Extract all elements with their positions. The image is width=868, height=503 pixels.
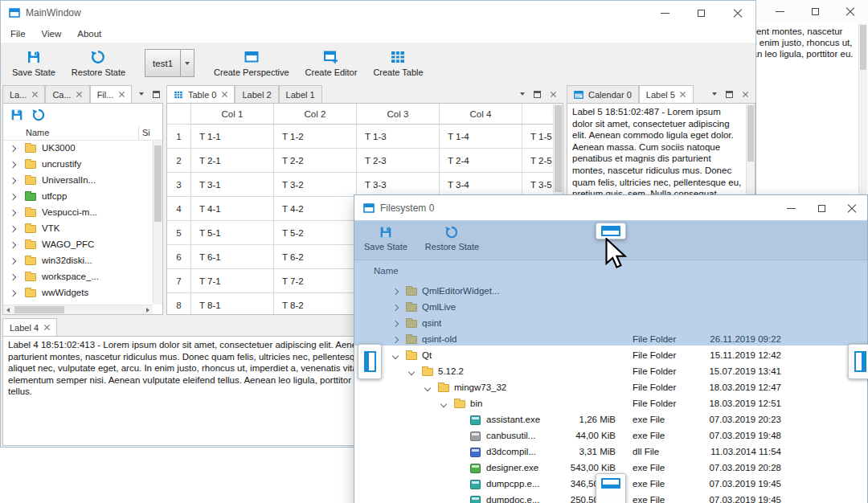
- maximize-button[interactable]: [797, 0, 833, 22]
- maximize-button[interactable]: [683, 1, 719, 25]
- table-cell[interactable]: T 8-1: [191, 293, 274, 315]
- scrollbar-thumb[interactable]: [860, 25, 866, 70]
- table-cell[interactable]: T 1-3: [357, 125, 440, 149]
- expand-chevron-icon[interactable]: [10, 290, 16, 296]
- table-cell[interactable]: T 7-1: [191, 269, 274, 293]
- menu-about[interactable]: About: [69, 25, 109, 43]
- expand-chevron-icon[interactable]: [10, 178, 16, 184]
- tab-close-icon[interactable]: [76, 92, 83, 98]
- column-header[interactable]: Col 4: [440, 104, 522, 125]
- table-cell[interactable]: T 1-1: [191, 125, 274, 149]
- dock-close-icon[interactable]: [550, 91, 556, 97]
- tab-calendar-dock[interactable]: Ca...: [45, 85, 89, 103]
- tree-item[interactable]: UK3000: [3, 141, 153, 157]
- expand-chevron-icon[interactable]: [10, 258, 16, 264]
- tab-close-icon[interactable]: [221, 92, 227, 98]
- expand-chevron-icon[interactable]: [424, 385, 431, 391]
- expand-chevron-icon[interactable]: [10, 162, 16, 168]
- table-cell[interactable]: T 2-2: [274, 149, 357, 173]
- tree-item[interactable]: WAGO_PFC: [3, 237, 153, 253]
- file-row[interactable]: binFile Folder18.03.2019 12:51: [355, 396, 866, 412]
- vertical-scrollbar[interactable]: [153, 141, 162, 305]
- table-cell[interactable]: T 5-2: [274, 221, 357, 245]
- close-button[interactable]: [719, 1, 755, 25]
- row-header[interactable]: 3: [167, 173, 191, 197]
- undock-icon[interactable]: [534, 91, 541, 98]
- tab-close-icon[interactable]: [31, 92, 38, 98]
- table-cell[interactable]: T 2-4: [440, 149, 522, 173]
- table-cell[interactable]: T 3-4: [440, 173, 522, 197]
- save-state-button[interactable]: Save State: [4, 47, 63, 80]
- table-cell[interactable]: T 7-2: [274, 269, 357, 293]
- expand-chevron-icon[interactable]: [10, 274, 16, 280]
- expand-chevron-icon[interactable]: [10, 226, 16, 232]
- expand-chevron-icon[interactable]: [10, 210, 16, 216]
- row-header[interactable]: 4: [167, 197, 191, 221]
- file-row[interactable]: mingw73_32File Folder18.03.2019 12:47: [355, 380, 866, 396]
- scrollbar-thumb[interactable]: [154, 145, 162, 222]
- row-header[interactable]: 8: [167, 293, 191, 315]
- table-cell[interactable]: T 5-1: [191, 221, 274, 245]
- tab-label-1[interactable]: Label 1: [279, 85, 322, 103]
- table-cell[interactable]: T 4-2: [274, 197, 357, 221]
- table-cell[interactable]: T 4-1: [191, 197, 274, 221]
- tab-table-0[interactable]: Table 0: [166, 85, 235, 103]
- column-header[interactable]: Col 1: [191, 104, 274, 125]
- tree-item[interactable]: utfcpp: [3, 189, 153, 205]
- expand-chevron-icon[interactable]: [10, 194, 16, 200]
- tree-item[interactable]: Vespucci-m...: [3, 205, 153, 221]
- tree-item[interactable]: UniversalIn...: [3, 173, 153, 189]
- column-header[interactable]: Col 3: [357, 104, 440, 125]
- table-cell[interactable]: T 1-2: [274, 125, 357, 149]
- tree-item[interactable]: VTK: [3, 221, 153, 237]
- file-row[interactable]: 5.12.2File Folder15.07.2019 13:41: [355, 364, 866, 380]
- scroll-right-arrow[interactable]: [143, 305, 153, 315]
- file-row[interactable]: assistant.exe1,26 MiBexe File07.03.2019 …: [355, 412, 866, 428]
- tab-label-2[interactable]: Label 2: [235, 85, 278, 103]
- dock-top-indicator[interactable]: [596, 223, 626, 239]
- name-column-header[interactable]: Name: [26, 128, 49, 137]
- tree-item[interactable]: wwWidgets: [3, 285, 153, 301]
- perspective-dropdown[interactable]: test1: [145, 49, 194, 77]
- vertical-splitter[interactable]: [163, 85, 166, 315]
- horizontal-scrollbar[interactable]: [3, 305, 153, 314]
- tab-label-dock[interactable]: La...: [2, 85, 45, 103]
- tab-close-icon[interactable]: [680, 92, 686, 98]
- tree-item[interactable]: win32diski...: [3, 253, 153, 269]
- table-cell[interactable]: T 3-1: [191, 173, 274, 197]
- restore-icon[interactable]: [31, 108, 46, 122]
- file-row[interactable]: QtFile Folder15.11.2019 12:42: [355, 348, 866, 364]
- close-button[interactable]: [833, 0, 868, 22]
- row-header[interactable]: 6: [167, 245, 191, 269]
- scrollbar-thumb[interactable]: [555, 105, 562, 192]
- row-header[interactable]: 1: [167, 125, 191, 149]
- minimize-button[interactable]: [647, 1, 683, 25]
- main-titlebar[interactable]: MainWindow: [1, 1, 755, 25]
- table-cell[interactable]: T 2-3: [357, 149, 440, 173]
- tabs-menu-icon[interactable]: [712, 92, 717, 96]
- scrollbar-thumb[interactable]: [747, 105, 754, 162]
- tabs-menu-icon[interactable]: [139, 92, 144, 96]
- table-cell[interactable]: T 3-3: [357, 173, 440, 197]
- dock-left-indicator[interactable]: [358, 344, 382, 379]
- restore-state-button[interactable]: Restore State: [63, 47, 133, 80]
- tab-close-icon[interactable]: [118, 92, 125, 98]
- table-cell[interactable]: T 2-1: [191, 149, 274, 173]
- tree-item[interactable]: workspace_...: [3, 269, 153, 285]
- size-column-header[interactable]: Si: [142, 128, 150, 137]
- create-table-button[interactable]: Create Table: [365, 47, 431, 80]
- undock-icon[interactable]: [153, 91, 160, 98]
- file-row[interactable]: d3dcompil...3,31 MiBdll File11.03.2014 1…: [355, 444, 866, 460]
- table-cell[interactable]: T 6-2: [274, 245, 357, 269]
- table-cell[interactable]: T 8-2: [274, 293, 357, 315]
- tab-calendar-0[interactable]: Calendar 0: [567, 85, 639, 103]
- table-cell[interactable]: T 1-4: [440, 125, 522, 149]
- undock-icon[interactable]: [726, 91, 733, 98]
- tab-filesystem-dock[interactable]: Fil...: [90, 85, 133, 103]
- row-header[interactable]: 7: [167, 269, 191, 293]
- create-editor-button[interactable]: Create Editor: [297, 47, 366, 80]
- expand-chevron-icon[interactable]: [10, 145, 16, 152]
- dock-right-indicator[interactable]: [848, 344, 868, 379]
- create-perspective-button[interactable]: Create Perspective: [206, 47, 297, 80]
- tabs-menu-icon[interactable]: [520, 92, 525, 96]
